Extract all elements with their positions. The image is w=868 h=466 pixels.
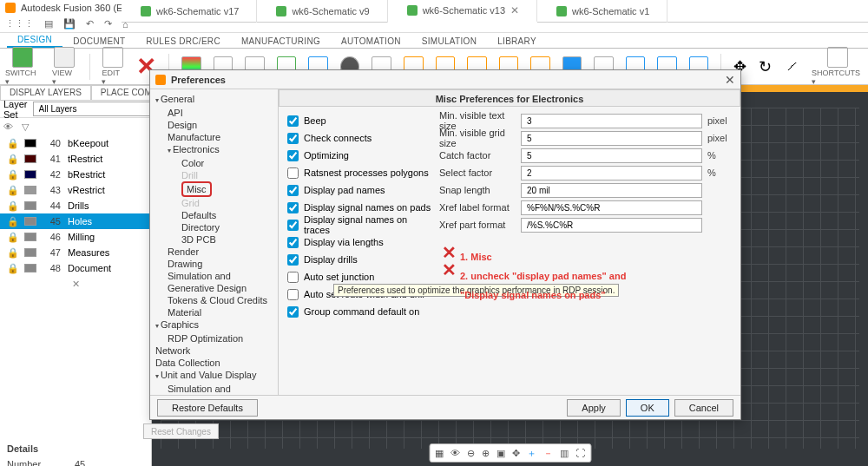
redo-icon[interactable]: ↷	[104, 18, 112, 30]
tree-node[interactable]: Data Collection	[152, 357, 276, 369]
layer-row[interactable]: 🔒41tRestrict	[0, 151, 151, 167]
view-nav-bar[interactable]: ▦ 👁 ⊖ ⊕ ▣ ✥ ＋ － ▥ ⛶	[429, 443, 591, 463]
pref-input[interactable]	[521, 131, 702, 146]
ribbon-tab[interactable]: DESIGN	[7, 33, 62, 48]
doc-tab[interactable]: wk6-Schematic v13✕	[388, 0, 537, 23]
pref-checkbox[interactable]	[287, 306, 299, 318]
undo-icon[interactable]: ↶	[86, 18, 94, 30]
filter-icon[interactable]: ▽	[22, 121, 29, 133]
layer-set-select[interactable]	[33, 102, 155, 116]
nav-expand-icon[interactable]: ⛶	[575, 448, 585, 458]
nav-add-icon[interactable]: ＋	[527, 447, 536, 460]
layer-row[interactable]: 🔒45Holes	[0, 213, 151, 229]
layer-swatch[interactable]	[24, 170, 36, 179]
layer-row[interactable]: 🔒40bKeepout	[0, 135, 151, 151]
edit-paste-icon[interactable]	[102, 47, 123, 68]
lock-icon[interactable]: 🔒	[7, 185, 17, 196]
layer-row[interactable]: 🔒46Milling	[0, 229, 151, 245]
lock-icon[interactable]: 🔒	[7, 247, 17, 259]
rotate-icon[interactable]: ↻	[759, 57, 772, 76]
pref-checkbox[interactable]	[287, 150, 299, 161]
lock-icon[interactable]: 🔒	[7, 216, 17, 227]
pref-checkbox[interactable]	[287, 202, 299, 213]
tree-node[interactable]: Grid	[152, 197, 276, 209]
pref-checkbox[interactable]	[287, 185, 299, 196]
pref-input[interactable]	[521, 218, 702, 233]
nav-zoomin-icon[interactable]: ⊕	[482, 448, 490, 459]
layer-swatch[interactable]	[24, 217, 36, 226]
tree-node[interactable]: Directory	[152, 221, 276, 233]
tree-node[interactable]: Material	[152, 306, 276, 318]
layer-swatch[interactable]	[24, 186, 36, 194]
reset-changes-button[interactable]: Reset Changes	[143, 423, 219, 439]
close-icon[interactable]: ✕	[510, 4, 519, 16]
pref-input[interactable]	[521, 114, 702, 128]
save-icon[interactable]: 💾	[63, 18, 76, 30]
tree-node[interactable]: Electronics	[152, 143, 276, 157]
restore-defaults-button[interactable]: Restore Defaults	[157, 399, 258, 417]
tree-node[interactable]: 3D PCB	[152, 233, 276, 246]
ribbon-tab[interactable]: DOCUMENT	[62, 35, 135, 48]
nav-fit-icon[interactable]: ▣	[496, 448, 505, 459]
tree-node[interactable]: Simulation and Generative Design	[152, 383, 276, 395]
preferences-tree[interactable]: GeneralAPIDesignManufactureElectronicsCo…	[150, 89, 279, 395]
pref-checkbox[interactable]	[287, 272, 299, 283]
doc-tab[interactable]: wk6-Schematic v1	[537, 0, 667, 23]
nav-eye-icon[interactable]: 👁	[450, 448, 460, 458]
ribbon-tab[interactable]: MANUFACTURING	[231, 35, 331, 48]
cancel-button[interactable]: Cancel	[674, 399, 733, 417]
tree-node[interactable]: Simulation and Generative Design	[152, 270, 276, 294]
lock-icon[interactable]: 🔒	[7, 232, 17, 243]
nav-layers-icon[interactable]: ▥	[560, 448, 569, 459]
tree-node[interactable]: RDP Optimization	[152, 332, 276, 345]
close-panel-icon[interactable]: ✕	[0, 276, 151, 292]
lock-icon[interactable]: 🔒	[7, 200, 17, 212]
nav-pan-icon[interactable]: ✥	[512, 448, 520, 459]
tree-node[interactable]: Graphics	[152, 318, 276, 332]
pref-checkbox[interactable]	[287, 237, 299, 248]
switch-icon[interactable]	[12, 47, 33, 68]
layer-swatch[interactable]	[24, 248, 36, 257]
tree-node[interactable]: Design	[152, 119, 276, 131]
tree-node[interactable]: Color	[152, 157, 276, 169]
pref-checkbox[interactable]	[287, 133, 299, 144]
pref-input[interactable]	[521, 166, 702, 180]
mirror-icon[interactable]: ⟋	[784, 57, 799, 75]
lock-icon[interactable]: 🔒	[7, 138, 17, 149]
pref-checkbox[interactable]	[287, 254, 299, 266]
tree-node[interactable]: Drawing	[152, 258, 276, 270]
layer-swatch[interactable]	[24, 201, 36, 210]
layer-swatch[interactable]	[24, 233, 36, 241]
ok-button[interactable]: OK	[626, 399, 669, 417]
layer-row[interactable]: 🔒42bRestrict	[0, 167, 151, 182]
layer-row[interactable]: 🔒48Document	[0, 260, 151, 276]
tree-node[interactable]: Misc	[152, 181, 276, 197]
layer-row[interactable]: 🔒44Drills	[0, 198, 151, 213]
ribbon-tab[interactable]: LIBRARY	[487, 35, 547, 48]
ribbon-tab[interactable]: AUTOMATION	[331, 35, 411, 48]
apply-button[interactable]: Apply	[567, 399, 621, 417]
tree-node[interactable]: Network	[152, 345, 276, 357]
tree-node[interactable]: Drill	[152, 169, 276, 181]
lock-icon[interactable]: 🔒	[7, 154, 17, 165]
layer-swatch[interactable]	[24, 139, 36, 148]
pref-checkbox[interactable]	[287, 289, 299, 300]
pref-input[interactable]	[521, 200, 702, 215]
pref-checkbox[interactable]	[287, 115, 299, 127]
tree-node[interactable]: Defaults	[152, 209, 276, 221]
menu-icon[interactable]: ⋮⋮⋮	[5, 18, 34, 30]
ribbon-tab[interactable]: SIMULATION	[411, 35, 487, 48]
visibility-icon[interactable]: 👁	[3, 121, 13, 132]
nav-del-icon[interactable]: －	[543, 447, 553, 460]
view-icon[interactable]	[54, 47, 75, 68]
lock-icon[interactable]: 🔒	[7, 263, 17, 274]
nav-grid-icon[interactable]: ▦	[435, 448, 444, 459]
tree-node[interactable]: General	[152, 93, 276, 107]
tree-node[interactable]: API	[152, 107, 276, 119]
tree-node[interactable]: Unit and Value Display	[152, 369, 276, 383]
shortcuts-icon[interactable]	[827, 47, 848, 68]
layer-row[interactable]: 🔒47Measures	[0, 245, 151, 260]
layer-swatch[interactable]	[24, 154, 36, 163]
nav-zoomout-icon[interactable]: ⊖	[467, 448, 475, 459]
pref-checkbox[interactable]	[287, 167, 299, 179]
